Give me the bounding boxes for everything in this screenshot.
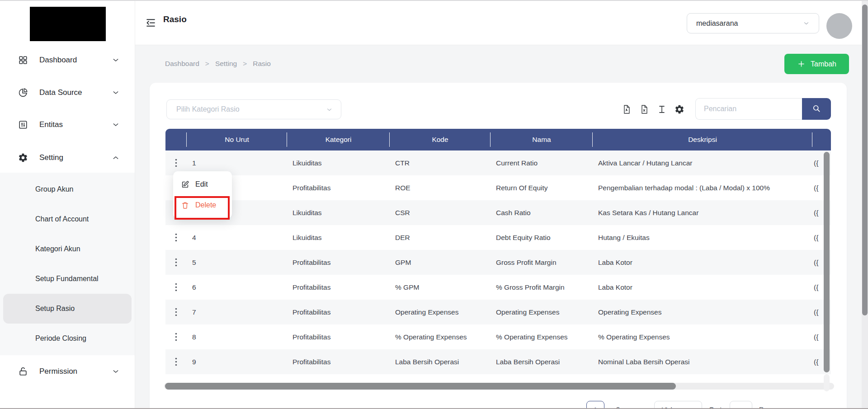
sidebar-subitem-setup-fundamental[interactable]: Setup Fundamental	[0, 264, 135, 294]
table-row: 3LikuiditasCSRCash RatioKas Setara Kas /…	[165, 200, 831, 225]
table-row: 5ProfitabilitasGPMGross Profit MarginLab…	[165, 250, 831, 275]
sidebar-subitem-periode-closing[interactable]: Periode Closing	[0, 324, 135, 353]
cell-nama: % Gross Profit Margin	[491, 283, 593, 291]
chevron-down-icon	[112, 368, 119, 375]
row-kebab-menu-icon[interactable]	[165, 258, 187, 267]
pagination-jump-label: Go to	[709, 401, 726, 409]
cell-kode: Operating Expenses	[390, 308, 491, 316]
sidebar-item-dashboard[interactable]: Dashboard	[0, 50, 135, 70]
context-menu-delete[interactable]: Delete	[173, 195, 232, 216]
cell-kategori: Profitabilitas	[287, 358, 390, 366]
pagination-page-size-select[interactable]: 10 / page	[654, 401, 702, 409]
row-kebab-menu-icon[interactable]	[165, 333, 187, 341]
row-kebab-menu-icon[interactable]	[165, 233, 187, 242]
search-input[interactable]	[695, 98, 802, 120]
category-filter-select[interactable]: Pilih Kategori Rasio	[166, 99, 341, 119]
table-header-kategori: Kategori	[287, 129, 390, 150]
cell-kode: CSR	[390, 209, 491, 217]
table-header-actions	[165, 129, 187, 150]
pagination-page-label: Page	[759, 401, 775, 409]
sidebar-subitem-chart-of-account[interactable]: Chart of Account	[0, 204, 135, 234]
user-avatar[interactable]	[826, 13, 852, 39]
row-kebab-menu-icon[interactable]	[165, 357, 187, 366]
table-header-overflow	[812, 129, 831, 150]
breadcrumb-dashboard[interactable]: Dashboard	[165, 60, 199, 68]
add-button[interactable]: Tambah	[784, 54, 849, 74]
breadcrumb-setting[interactable]: Setting	[215, 60, 237, 68]
cell-nama: Debt Equity Ratio	[491, 234, 593, 242]
sidebar-item-label: Entitas	[39, 120, 63, 129]
table-row: 1LikuiditasCTRCurrent RatioAktiva Lancar…	[165, 150, 831, 175]
pagination-page-2[interactable]: 2	[609, 401, 627, 409]
export-excel-icon[interactable]	[639, 104, 649, 114]
text-height-icon[interactable]	[657, 104, 667, 114]
table-settings-icon[interactable]	[675, 104, 684, 114]
row-kebab-menu-icon[interactable]	[165, 308, 187, 316]
cell-kategori: Likuiditas	[287, 234, 390, 242]
cell-no-urut: 6	[187, 283, 287, 291]
sidebar-item-data-source[interactable]: Data Source	[0, 83, 135, 103]
cell-nama: Operating Expenses	[491, 308, 593, 316]
tenant-select[interactable]: mediasarana	[687, 13, 819, 33]
cell-nama: Current Ratio	[491, 159, 593, 167]
row-kebab-menu-icon[interactable]	[165, 159, 187, 167]
sidebar-subitem-group-akun[interactable]: Group Akun	[0, 174, 135, 204]
cell-kode: DER	[390, 234, 491, 242]
chevron-up-icon	[112, 154, 119, 161]
cell-nama: Laba Bersih Operasi	[491, 358, 593, 366]
search-icon	[812, 104, 821, 114]
cell-deskripsi: Laba Kotor	[593, 283, 812, 291]
edit-icon	[181, 180, 189, 189]
pagination-prev-icon[interactable]: ‹	[568, 401, 579, 409]
cell-kategori: Profitabilitas	[287, 333, 390, 341]
row-kebab-menu-icon[interactable]	[165, 283, 187, 291]
cell-deskripsi: Laba Kotor	[593, 259, 812, 267]
trash-icon	[181, 201, 189, 210]
table-toolbar	[622, 104, 684, 114]
pagination: ‹ 1 2 › 10 / page Go to Page	[150, 401, 847, 409]
context-menu-edit[interactable]: Edit	[173, 174, 232, 195]
table-header-no-urut: No Urut	[187, 129, 287, 150]
table-vertical-scrollbar-track	[824, 374, 830, 391]
page-scrollbar[interactable]	[862, 5, 868, 315]
cell-deskripsi: Kas Setara Kas / Hutang Lancar	[593, 209, 812, 217]
topbar: Rasio mediasarana	[135, 1, 868, 45]
cell-kategori: Likuiditas	[287, 159, 390, 167]
content-area: Dashboard > Setting > Rasio Tambah Pilih…	[135, 45, 868, 408]
cell-no-urut: 7	[187, 308, 287, 316]
pagination-next-icon[interactable]: ›	[630, 401, 641, 409]
table-vertical-scrollbar[interactable]	[824, 152, 830, 372]
export-pdf-icon[interactable]	[622, 104, 632, 114]
cell-kode: ROE	[390, 184, 491, 192]
category-filter-placeholder: Pilih Kategori Rasio	[176, 105, 240, 113]
cell-kode: GPM	[390, 259, 491, 267]
table-row: 9ProfitabilitasLaba Bersih OperasiLaba B…	[165, 349, 831, 374]
cell-nama: Cash Ratio	[491, 209, 593, 217]
sidebar-item-permission[interactable]: Permission	[0, 362, 135, 381]
app-logo	[30, 7, 106, 41]
pagination-jump-input[interactable]	[730, 401, 752, 409]
table-row: 6Profitabilitas% GPM% Gross Profit Margi…	[165, 275, 831, 300]
breadcrumb-separator: >	[205, 60, 209, 68]
sidebar-item-setting[interactable]: Setting	[0, 148, 135, 168]
context-menu-delete-label: Delete	[195, 201, 216, 209]
cell-deskripsi: Aktiva Lancar / Hutang Lancar	[593, 159, 812, 167]
table-horizontal-scrollbar[interactable]	[165, 383, 676, 390]
table-header-nama: Nama	[491, 129, 593, 150]
row-context-menu: Edit Delete	[173, 171, 232, 218]
menu-fold-icon[interactable]	[145, 18, 156, 28]
plus-icon	[797, 60, 806, 68]
cell-deskripsi: Operating Expenses	[593, 308, 812, 316]
pagination-page-1[interactable]: 1	[586, 401, 604, 409]
cell-no-urut: 8	[187, 333, 287, 341]
cell-kode: CTR	[390, 159, 491, 167]
cell-deskripsi: Nominal Laba Bersih Operasi	[593, 358, 812, 366]
pie-chart-icon	[18, 88, 28, 98]
search-group	[695, 98, 831, 120]
sidebar-item-entitas[interactable]: Entitas	[0, 115, 135, 135]
search-button[interactable]	[802, 98, 831, 120]
sidebar-subitem-kategori-akun[interactable]: Kategori Akun	[0, 234, 135, 264]
table-row: 4LikuiditasDERDebt Equity RatioHutang / …	[165, 225, 831, 250]
tenant-select-value: mediasarana	[696, 19, 738, 28]
sidebar-subitem-setup-rasio[interactable]: Setup Rasio	[3, 294, 132, 324]
